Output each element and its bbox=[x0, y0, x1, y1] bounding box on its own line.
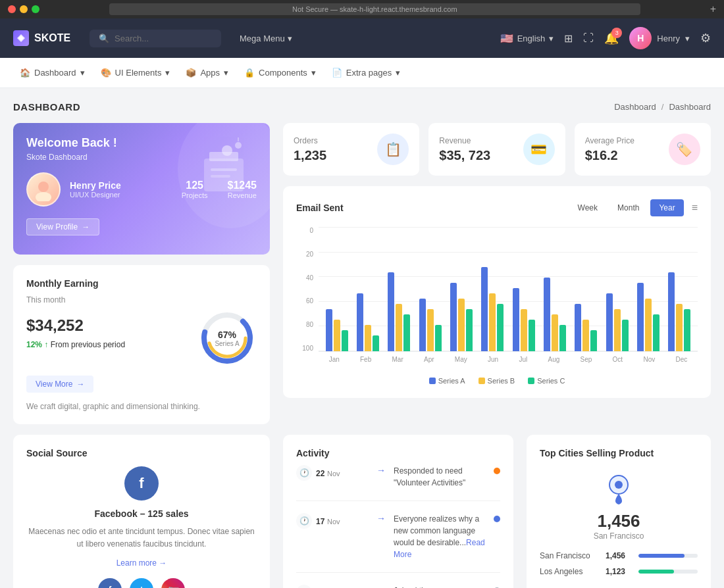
svg-rect-2 bbox=[204, 159, 244, 191]
dot-minimize[interactable] bbox=[20, 5, 28, 13]
bar-a-Jun bbox=[481, 267, 488, 351]
nav-item-components[interactable]: 🔒 Components ▾ bbox=[238, 64, 323, 82]
tab-month[interactable]: Month bbox=[609, 199, 648, 216]
city-bar-fill-la bbox=[638, 570, 674, 574]
tab-week[interactable]: Week bbox=[569, 199, 606, 216]
x-label-Sep: Sep bbox=[581, 353, 592, 372]
grid-button[interactable]: ⊞ bbox=[564, 32, 573, 45]
chart-title: Email Sent bbox=[296, 203, 344, 213]
nav-item-apps[interactable]: 📦 Apps ▾ bbox=[179, 64, 235, 82]
svg-point-13 bbox=[615, 481, 623, 489]
tab-year[interactable]: Year bbox=[650, 199, 683, 216]
profile-image bbox=[26, 172, 61, 207]
svg-point-0 bbox=[38, 182, 49, 192]
dashboard-grid: Welcome Back ! Skote Dashboard Henry Pri… bbox=[13, 123, 711, 424]
welcome-subtitle: Skote Dashboard bbox=[26, 153, 257, 162]
window-chrome: Not Secure — skate-h-light.react.themesb… bbox=[0, 0, 724, 18]
user-menu[interactable]: H Henry ▾ bbox=[629, 27, 690, 49]
top-cities-title: Top Cities Selling Product bbox=[540, 448, 698, 458]
bar-a-Jul bbox=[513, 288, 519, 351]
dot-maximize[interactable] bbox=[32, 5, 39, 13]
bar-a-Oct bbox=[606, 293, 613, 351]
change-label: From previous period bbox=[51, 340, 125, 349]
y-label-80: 80 bbox=[296, 321, 316, 328]
clock-icon: 🕐 bbox=[296, 465, 312, 481]
legend-dot-c bbox=[528, 378, 534, 384]
view-more-button[interactable]: View More → bbox=[26, 376, 93, 393]
platform-separator: – bbox=[140, 508, 148, 519]
y-label-60: 60 bbox=[296, 297, 316, 305]
earning-left: $34,252 12% ↑ From previous period bbox=[26, 316, 125, 360]
city-row-la: Los Angeles 1,123 bbox=[540, 567, 698, 576]
gear-icon: ⚙ bbox=[700, 32, 711, 45]
top-nav: SKOTE 🔍 Mega Menu ▾ 🇺🇸 English ▾ ⊞ ⛶ 🔔 3… bbox=[0, 18, 724, 58]
twitter-small-icon[interactable]: t bbox=[130, 578, 153, 588]
welcome-title: Welcome Back ! bbox=[26, 136, 257, 150]
dot-close[interactable] bbox=[8, 5, 16, 13]
top-city-name: San Francisco bbox=[540, 531, 698, 541]
instagram-small-icon[interactable]: 📷 bbox=[161, 578, 185, 588]
arrow-icon: → bbox=[376, 585, 386, 588]
view-more-label: View More bbox=[36, 380, 72, 389]
chart-tabs: Week Month Year bbox=[569, 199, 684, 216]
x-label-Jun: Jun bbox=[488, 353, 498, 372]
city-name-la: Los Angeles bbox=[540, 567, 599, 576]
orders-icon: 📋 bbox=[385, 141, 401, 157]
nav-item-dashboard[interactable]: 🏠 Dashboard ▾ bbox=[13, 64, 91, 82]
learn-more-link[interactable]: Learn more → bbox=[26, 558, 257, 568]
x-label-Oct: Oct bbox=[613, 353, 623, 372]
bar-group-Jan bbox=[326, 309, 348, 351]
chevron-down-icon: ▾ bbox=[80, 68, 85, 78]
new-tab-button[interactable]: + bbox=[710, 3, 716, 15]
arrow-icon: → bbox=[82, 222, 90, 232]
city-value-la: 1,123 bbox=[606, 567, 632, 576]
price-tag-icon: 🏷️ bbox=[676, 141, 692, 157]
read-more-link[interactable]: Read More bbox=[394, 538, 485, 559]
revenue-label: Revenue bbox=[228, 191, 257, 199]
settings-button[interactable]: ⚙ bbox=[700, 31, 711, 45]
facebook-small-icon[interactable]: f bbox=[98, 578, 122, 588]
nav-item-extra-pages[interactable]: 📄 Extra pages ▾ bbox=[325, 64, 407, 82]
activity-dot-2 bbox=[494, 516, 500, 522]
chevron-down-icon: ▾ bbox=[311, 68, 316, 78]
facebook-icon: f bbox=[139, 475, 143, 492]
revenue-icon: 💳 bbox=[530, 141, 547, 157]
chart-menu-icon[interactable]: ≡ bbox=[692, 202, 698, 214]
chevron-down-icon: ▾ bbox=[685, 34, 690, 43]
svg-point-1 bbox=[36, 192, 51, 201]
search-input[interactable] bbox=[115, 34, 207, 43]
nav-right: 🇺🇸 English ▾ ⊞ ⛶ 🔔 3 H Henry ▾ ⚙ bbox=[500, 27, 711, 49]
bar-b-Feb bbox=[365, 325, 371, 351]
bars-container bbox=[319, 227, 698, 351]
projects-value: 125 bbox=[182, 180, 208, 191]
top-cities-card: Top Cities Selling Product 1,456 San Fra… bbox=[527, 435, 711, 588]
bar-c-Nov bbox=[653, 314, 659, 351]
welcome-stats: 125 Projects $1245 Revenue bbox=[182, 180, 257, 199]
orders-label: Orders bbox=[294, 136, 326, 145]
legend-dot-b bbox=[478, 378, 485, 384]
language-button[interactable]: 🇺🇸 English ▾ bbox=[500, 32, 554, 45]
grid-icon: ⊞ bbox=[564, 32, 573, 45]
fullscreen-button[interactable]: ⛶ bbox=[583, 32, 594, 44]
x-label-Nov: Nov bbox=[643, 353, 655, 372]
activity-time-2: 🕐 17 Nov bbox=[296, 513, 369, 529]
mega-menu-button[interactable]: Mega Menu ▾ bbox=[232, 30, 300, 47]
component-icon: 🔒 bbox=[244, 68, 255, 78]
nav-item-ui-elements[interactable]: 🎨 UI Elements ▾ bbox=[94, 64, 177, 82]
bar-c-Mar bbox=[403, 314, 410, 351]
chevron-down-icon: ▾ bbox=[549, 34, 554, 43]
revenue-icon-wrap: 💳 bbox=[523, 134, 555, 165]
bar-group-Nov bbox=[637, 283, 659, 351]
legend-label-a: Series A bbox=[438, 377, 465, 385]
view-profile-button[interactable]: View Profile → bbox=[26, 218, 99, 235]
notification-button[interactable]: 🔔 3 bbox=[604, 31, 619, 45]
activity-text-1: Responded to need "Volunteer Activities" bbox=[394, 465, 486, 489]
avg-price-card: Average Price $16.2 🏷️ bbox=[575, 123, 711, 176]
stat-projects: 125 Projects bbox=[182, 180, 208, 199]
logo: SKOTE bbox=[13, 30, 79, 46]
breadcrumb: Dashboard / Dashboard bbox=[614, 102, 711, 112]
breadcrumb-home[interactable]: Dashboard bbox=[614, 102, 656, 112]
social-platform-name: Facebook – 125 sales bbox=[26, 508, 257, 519]
social-description: Maecenas nec odio et ante tincidunt temp… bbox=[26, 526, 257, 551]
nav-item-label: UI Elements bbox=[115, 68, 162, 78]
